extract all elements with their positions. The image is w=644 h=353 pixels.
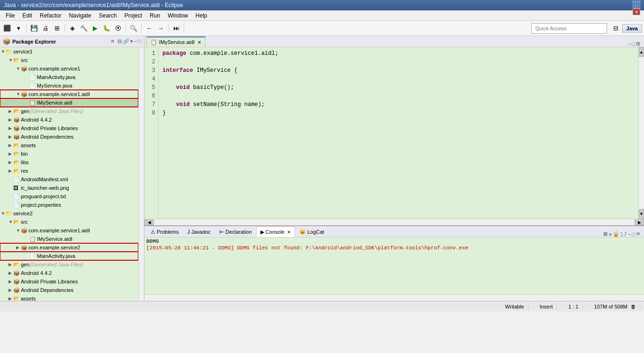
- tb-debug-button[interactable]: 🐛: [101, 23, 112, 34]
- tree-proguard1[interactable]: 📄 proguard-project.txt: [0, 192, 138, 201]
- icon-aidl-pkg1: 📦: [21, 91, 28, 97]
- menu-file[interactable]: File: [2, 11, 18, 20]
- tree-iclauncher1[interactable]: 🖼 ic_launcher-web.png: [0, 184, 138, 192]
- tree-scrollbar[interactable]: [138, 47, 144, 301]
- icon-libs1: 📂: [13, 159, 21, 166]
- tree-android2[interactable]: ▶ 📦 Android 4.4.2: [0, 269, 138, 277]
- tree-bin1[interactable]: ▶ 📂 bin: [0, 150, 138, 158]
- maximize-panel-button[interactable]: □: [138, 38, 141, 44]
- tab-javadoc[interactable]: J Javadoc: [183, 227, 215, 237]
- tree-src2[interactable]: ▼ 📂 src: [0, 218, 138, 226]
- tree-imyservice-aidl2[interactable]: 📋 IMyService.aidl: [0, 235, 138, 243]
- editor-hscrollbar[interactable]: ◀ ▶: [144, 219, 644, 225]
- pkg-menu-button[interactable]: ▾: [130, 38, 133, 44]
- tb-publish-button[interactable]: ◈: [67, 23, 78, 34]
- scroll-up-button[interactable]: ▲: [639, 47, 644, 57]
- tb-perspective-button[interactable]: ⊟: [611, 23, 621, 34]
- tb-next-button[interactable]: ⏭: [171, 23, 181, 34]
- maximize-button[interactable]: □: [633, 2, 640, 9]
- scroll-right-button[interactable]: ▶: [635, 220, 644, 225]
- tree-mainactivity2[interactable]: 📄 MainActivity.java: [0, 252, 138, 260]
- tree-libs1[interactable]: ▶ 📂 libs: [0, 158, 138, 167]
- tree-assets2[interactable]: ▶ 📂 assets: [0, 294, 138, 301]
- tree-android-private2[interactable]: ▶ 📦 Android Private Libraries: [0, 277, 138, 286]
- tb-forward-button[interactable]: →: [155, 23, 166, 34]
- tree-android-private1[interactable]: ▶ 📦 Android Private Libraries: [0, 124, 138, 132]
- scroll-left-button[interactable]: ◀: [144, 220, 154, 225]
- console-btn4[interactable]: ⤵: [620, 231, 623, 237]
- tb-build-button[interactable]: 🔨: [79, 23, 89, 34]
- code-editor[interactable]: package com.example.service1.aidl; inter…: [159, 47, 638, 219]
- close-button[interactable]: ✕: [633, 9, 640, 15]
- tree-assets1[interactable]: ▶ 📂 assets: [0, 141, 138, 150]
- tab-logcat[interactable]: 🐱 LogCat: [295, 227, 328, 237]
- gc-icon[interactable]: 🗑: [631, 304, 636, 309]
- tab-problems[interactable]: ⚠ Problems: [146, 227, 183, 237]
- editor-vscrollbar[interactable]: ▲ ▼: [638, 47, 644, 219]
- menu-edit[interactable]: Edit: [18, 11, 36, 20]
- tb-back-button[interactable]: ←: [144, 23, 154, 34]
- console-btn2[interactable]: ≡: [608, 231, 611, 237]
- tree-aidl-pkg2[interactable]: ▼ 📦 com.example.service1.aidl: [0, 226, 138, 235]
- tb-coverage-button[interactable]: ⦿: [113, 23, 123, 34]
- editor-minimize[interactable]: −: [628, 41, 631, 47]
- menu-project[interactable]: Project: [121, 11, 146, 20]
- menu-refactor[interactable]: Refactor: [36, 11, 65, 20]
- editor-maximize[interactable]: □: [632, 41, 635, 47]
- console-btn5[interactable]: ⤴: [624, 231, 627, 237]
- quick-access-box[interactable]: [531, 23, 607, 34]
- pkg-explorer-close[interactable]: ✕: [110, 38, 115, 44]
- link-button[interactable]: 🔗: [123, 38, 129, 44]
- bottom-close[interactable]: ✕: [636, 231, 640, 237]
- tree-android1[interactable]: ▶ 📦 Android 4.4.2: [0, 115, 138, 124]
- tree-service1[interactable]: ▼ 📁 service1: [0, 47, 138, 56]
- tab-declaration[interactable]: ⊨ Declaration: [215, 227, 256, 237]
- tree-manifest1[interactable]: 📄 AndroidManifest.xml: [0, 175, 138, 184]
- menu-navigate[interactable]: Navigate: [65, 11, 95, 20]
- tree-res1[interactable]: ▶ 📂 res: [0, 167, 138, 175]
- tree-gen1[interactable]: ▶ 📂 gen [Generated Java Files]: [0, 107, 138, 115]
- scroll-down-button[interactable]: ▼: [639, 209, 644, 219]
- tree-src1[interactable]: ▼ 📂 src: [0, 56, 138, 64]
- icon-service1: 📁: [6, 49, 13, 55]
- editor-layout[interactable]: ⊞: [636, 41, 640, 47]
- console-tab-close[interactable]: ✕: [287, 229, 291, 235]
- icon-android-private2: 📦: [13, 279, 21, 285]
- tb-save-all-button[interactable]: ⊞: [52, 23, 62, 34]
- tb-run-button[interactable]: ▶: [90, 23, 100, 34]
- menu-window[interactable]: Window: [164, 11, 192, 20]
- tree-imyservice-aidl1[interactable]: 📋 IMyService.aidl: [0, 98, 138, 107]
- tree-pkg2[interactable]: ▶ 📦 com.example.service2: [0, 243, 138, 252]
- java-perspective-button[interactable]: Java: [622, 24, 642, 33]
- bottom-maximize[interactable]: □: [632, 231, 635, 237]
- tree-projectprops1[interactable]: 📄 project.properties: [0, 201, 138, 209]
- bottom-minimize[interactable]: −: [628, 231, 631, 237]
- left-panel: 📦 Package Explorer ✕ ⊟ 🔗 ▾ − □ ▼ 📁 servi…: [0, 36, 144, 301]
- console-clear-button[interactable]: ⊠: [603, 231, 608, 237]
- tree-android-deps1[interactable]: ▶ 📦 Android Dependencies: [0, 132, 138, 141]
- tab-close[interactable]: ✕: [197, 40, 201, 45]
- quick-access-input[interactable]: [534, 25, 600, 32]
- tree-android-deps2[interactable]: ▶ 📦 Android Dependencies: [0, 286, 138, 294]
- tb-save-button[interactable]: 💾: [29, 23, 39, 34]
- tb-print-button[interactable]: 🖨: [40, 23, 51, 34]
- console-scroll-lock[interactable]: 🔒: [613, 231, 619, 237]
- tree-myservice1[interactable]: 📄 MyService.java: [0, 81, 138, 90]
- minimize-panel-button[interactable]: −: [134, 38, 137, 44]
- tree-service2[interactable]: ▼ 📁 service2: [0, 209, 138, 218]
- menu-run[interactable]: Run: [146, 11, 164, 20]
- editor-tab-imyservice[interactable]: 📋 IMyService.aidl ✕: [146, 36, 206, 47]
- menu-help[interactable]: Help: [192, 11, 211, 20]
- tree-pkg1[interactable]: ▼ 📦 com.example.service1: [0, 64, 138, 73]
- tb-dropdown-button[interactable]: ▾: [13, 23, 24, 34]
- tree-mainactivity1[interactable]: 📄 MainActivity.java: [0, 73, 138, 81]
- bottom-hscrollbar[interactable]: [144, 294, 644, 301]
- tree-gen2[interactable]: ▶ 📂 gen [Generated Java Files]: [0, 260, 138, 269]
- label-gen2-sub: [Generated Java Files]: [30, 262, 83, 267]
- tb-search-button[interactable]: 🔍: [128, 23, 139, 34]
- tab-console[interactable]: ▶ Console ✕: [256, 227, 295, 237]
- collapse-all-button[interactable]: ⊟: [117, 38, 122, 44]
- tree-aidl-pkg1[interactable]: ▼ 📦 com.example.service1.aidl: [0, 90, 138, 98]
- menu-search[interactable]: Search: [95, 11, 121, 20]
- tb-new-button[interactable]: ⬛: [2, 23, 12, 34]
